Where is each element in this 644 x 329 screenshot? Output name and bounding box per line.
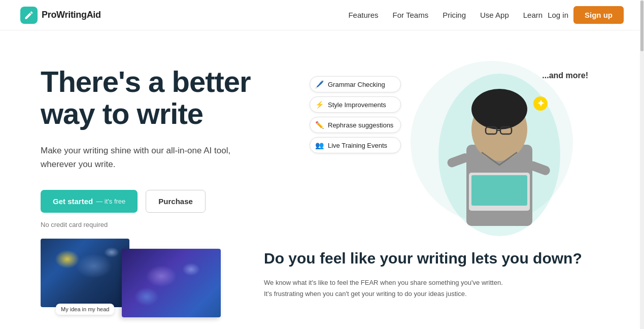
nav-for-teams[interactable]: For Teams bbox=[393, 11, 429, 19]
pill-style: ⚡ Style Improvements bbox=[310, 96, 401, 113]
navbar: ProWritingAid Features For Teams Pricing… bbox=[0, 0, 644, 30]
hero-subtitle: Make your writing shine with our all-in-… bbox=[41, 144, 239, 171]
bottom-heading: Do you feel like your writing lets you d… bbox=[264, 249, 603, 268]
scrollbar-thumb[interactable] bbox=[640, 1, 643, 51]
no-credit-text: No credit card required bbox=[41, 221, 304, 228]
artwork-starry-night bbox=[41, 239, 129, 307]
purchase-button[interactable]: Purchase bbox=[146, 190, 206, 213]
feature-pills: 🖊️ Grammar Checking ⚡ Style Improvements… bbox=[310, 76, 401, 153]
login-button[interactable]: Log in bbox=[548, 11, 568, 19]
nav-learn[interactable]: Learn bbox=[523, 11, 543, 19]
pill-rephrase: ✏️ Rephrase suggestions bbox=[310, 117, 401, 133]
signup-button[interactable]: Sign up bbox=[573, 6, 624, 24]
logo-text: ProWritingAid bbox=[42, 10, 101, 20]
artwork-container: My idea in my head bbox=[41, 239, 223, 320]
idea-bubble: My idea in my head bbox=[56, 304, 114, 315]
grammar-icon: 🖊️ bbox=[315, 80, 324, 88]
hero-person-illustration bbox=[421, 53, 578, 236]
hero-cta: Get started — it's free Purchase bbox=[41, 190, 304, 213]
pill-training: 👥 Live Training Events bbox=[310, 137, 401, 153]
pill-grammar: 🖊️ Grammar Checking bbox=[310, 76, 401, 92]
logo-icon bbox=[20, 7, 38, 24]
rephrase-icon: ✏️ bbox=[315, 121, 324, 129]
hero-left: There's a better way to write Make your … bbox=[41, 61, 304, 228]
and-more-text: ...and more! bbox=[542, 71, 588, 80]
nav-features[interactable]: Features bbox=[348, 11, 378, 19]
nav-pricing[interactable]: Pricing bbox=[443, 11, 466, 19]
style-icon: ⚡ bbox=[315, 101, 324, 109]
bottom-section: My idea in my head Do you feel like your… bbox=[0, 239, 644, 320]
logo-link[interactable]: ProWritingAid bbox=[20, 7, 101, 24]
artwork-swirls bbox=[122, 249, 221, 317]
plus-badge: ✦ bbox=[533, 96, 548, 111]
get-started-button[interactable]: Get started — it's free bbox=[41, 190, 138, 213]
bottom-artwork: My idea in my head bbox=[41, 239, 233, 320]
hero-section: There's a better way to write Make your … bbox=[0, 30, 644, 239]
bottom-right: Do you feel like your writing lets you d… bbox=[264, 239, 603, 300]
nav-links: Features For Teams Pricing Use App Learn bbox=[348, 11, 543, 20]
svg-point-3 bbox=[471, 89, 527, 129]
bottom-text: We know what it's like to feel the FEAR … bbox=[264, 277, 507, 300]
scrollbar[interactable] bbox=[640, 0, 644, 329]
hero-title: There's a better way to write bbox=[41, 66, 304, 129]
training-icon: 👥 bbox=[315, 141, 324, 149]
hero-right: 🖊️ Grammar Checking ⚡ Style Improvements… bbox=[304, 56, 603, 228]
svg-rect-8 bbox=[471, 175, 527, 206]
nav-use-app[interactable]: Use App bbox=[480, 11, 509, 19]
